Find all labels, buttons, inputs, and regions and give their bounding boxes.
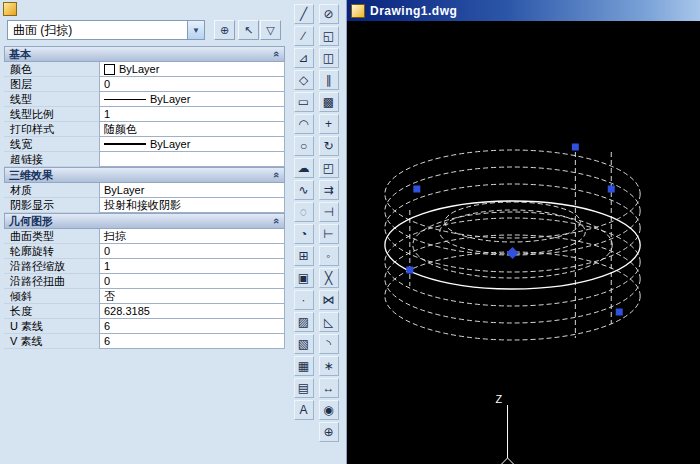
grip-point[interactable] xyxy=(608,186,615,193)
line-button[interactable]: ╱ xyxy=(294,4,314,24)
mirror-button[interactable]: ◫ xyxy=(319,48,339,68)
rectangle-button[interactable]: ▭ xyxy=(294,92,314,112)
select-objects-button[interactable]: ↖ xyxy=(238,20,259,40)
model-space-canvas[interactable]: Z xyxy=(347,21,700,464)
section-header[interactable]: 基本« xyxy=(4,46,285,62)
center-grip-diamond[interactable] xyxy=(507,247,519,259)
circle-button[interactable]: ○ xyxy=(294,136,314,156)
gradient-button[interactable]: ▧ xyxy=(294,334,314,354)
property-value[interactable]: 随颜色 xyxy=(99,122,285,137)
array-button[interactable]: ▩ xyxy=(319,92,339,112)
ellipse-button[interactable]: ◌ xyxy=(294,202,314,222)
arc-button[interactable]: ◠ xyxy=(294,114,314,134)
property-value[interactable] xyxy=(99,152,285,167)
pan-button[interactable]: ↔ xyxy=(319,378,339,398)
property-value[interactable]: 1 xyxy=(99,107,285,122)
property-value[interactable]: 1 xyxy=(99,259,285,274)
property-value[interactable]: 否 xyxy=(99,289,285,304)
make-block-button[interactable]: ▣ xyxy=(294,268,314,288)
property-value[interactable]: ByLayer xyxy=(99,183,285,198)
drawing-window-title: Drawing1.dwg xyxy=(370,4,457,18)
explode-button[interactable]: ∗ xyxy=(319,356,339,376)
property-value[interactable]: 0 xyxy=(99,274,285,289)
property-label: 长度 xyxy=(4,304,99,319)
offset-button[interactable]: ∥ xyxy=(319,70,339,90)
chamfer-button[interactable]: ◺ xyxy=(319,312,339,332)
property-row: 轮廓旋转0 xyxy=(4,244,285,259)
property-value-text: ByLayer xyxy=(150,138,190,151)
scale-button[interactable]: ◰ xyxy=(319,158,339,178)
property-grid: 基本«颜色ByLayer图层0线型ByLayer线型比例1打印样式随颜色线宽By… xyxy=(4,46,285,349)
break-button[interactable]: ╳ xyxy=(319,268,339,288)
property-value[interactable]: ByLayer xyxy=(99,92,285,107)
drawing-window-titlebar[interactable]: Drawing1.dwg xyxy=(347,0,700,21)
draw-toolbar: ╱∕⊿◇▭◠○☁∿◌◔⊞▣∙▨▧▦▤A xyxy=(292,0,315,464)
trim-button[interactable]: ⊣ xyxy=(319,202,339,222)
property-value[interactable]: 6 xyxy=(99,334,285,349)
lineweight-sample xyxy=(104,143,146,145)
collapse-chevron-icon[interactable]: « xyxy=(271,172,283,178)
sweep-path xyxy=(413,212,612,278)
property-row: 阴影显示投射和接收阴影 xyxy=(4,198,285,213)
region-button[interactable]: ▦ xyxy=(294,356,314,376)
grip-point[interactable] xyxy=(572,144,579,151)
property-value[interactable]: 扫掠 xyxy=(99,229,285,244)
spline-button[interactable]: ∿ xyxy=(294,180,314,200)
property-value[interactable]: ByLayer xyxy=(99,137,285,152)
property-row: 打印样式随颜色 xyxy=(4,122,285,137)
toggle-pickadd-button[interactable]: ⊕ xyxy=(214,20,235,40)
property-label: 材质 xyxy=(4,183,99,198)
extend-button[interactable]: ⊢ xyxy=(319,224,339,244)
palette-grip-icon[interactable] xyxy=(3,2,17,16)
zoom-button[interactable]: ◉ xyxy=(319,400,339,420)
grip-point[interactable] xyxy=(406,267,413,274)
polygon-button[interactable]: ◇ xyxy=(294,70,314,90)
property-value-text: 扫掠 xyxy=(104,230,126,243)
property-value-text: ByLayer xyxy=(119,63,159,76)
property-row: 长度628.3185 xyxy=(4,304,285,319)
move-button[interactable]: + xyxy=(319,114,339,134)
property-value[interactable]: 0 xyxy=(99,77,285,92)
property-value[interactable]: 628.3185 xyxy=(99,304,285,319)
fillet-button[interactable]: ◝ xyxy=(319,334,339,354)
section-header[interactable]: 三维效果« xyxy=(4,167,285,183)
join-button[interactable]: ⋈ xyxy=(319,290,339,310)
orbit-button[interactable]: ⊕ xyxy=(319,422,339,442)
property-value[interactable]: 0 xyxy=(99,244,285,259)
property-label: 曲面类型 xyxy=(4,229,99,244)
dwg-file-icon xyxy=(351,4,365,18)
property-value-text: 否 xyxy=(104,290,115,303)
object-type-select[interactable]: 曲面 (扫掠) ▼ xyxy=(7,20,205,40)
ellipse-arc-button[interactable]: ◔ xyxy=(294,224,314,244)
grip-point[interactable] xyxy=(616,309,623,316)
property-value[interactable]: 6 xyxy=(99,319,285,334)
autocad-app: 曲面 (扫掠) ▼ ⊕ ↖ ▽ 基本«颜色ByLayer图层0线型ByLayer… xyxy=(0,0,700,464)
polyline-button[interactable]: ⊿ xyxy=(294,48,314,68)
property-value-text: 随颜色 xyxy=(104,123,137,136)
object-type-value: 曲面 (扫掠) xyxy=(8,22,187,39)
break-at-point-button[interactable]: ◦ xyxy=(319,246,339,266)
construction-line-button[interactable]: ∕ xyxy=(294,26,314,46)
collapse-chevron-icon[interactable]: « xyxy=(271,51,283,57)
property-row: 线宽ByLayer xyxy=(4,137,285,152)
grip-point[interactable] xyxy=(413,186,420,193)
hatch-button[interactable]: ▨ xyxy=(294,312,314,332)
copy-button[interactable]: ◱ xyxy=(319,26,339,46)
table-button[interactable]: ▤ xyxy=(294,378,314,398)
property-value[interactable]: 投射和接收阴影 xyxy=(99,198,285,213)
point-button[interactable]: ∙ xyxy=(294,290,314,310)
revision-cloud-button[interactable]: ☁ xyxy=(294,158,314,178)
section-header[interactable]: 几何图形« xyxy=(4,213,285,229)
ucs-icon xyxy=(490,405,522,464)
property-value[interactable]: ByLayer xyxy=(99,62,285,77)
chevron-down-icon[interactable]: ▼ xyxy=(187,21,204,39)
stretch-button[interactable]: ⇉ xyxy=(319,180,339,200)
insert-block-button[interactable]: ⊞ xyxy=(294,246,314,266)
erase-button[interactable]: ⊘ xyxy=(319,4,339,24)
multiline-text-button[interactable]: A xyxy=(294,400,314,420)
torus-silhouette xyxy=(385,201,640,289)
collapse-chevron-icon[interactable]: « xyxy=(271,218,283,224)
rotate-button[interactable]: ↻ xyxy=(319,136,339,156)
property-label: 轮廓旋转 xyxy=(4,244,99,259)
quick-select-button[interactable]: ▽ xyxy=(260,20,281,40)
